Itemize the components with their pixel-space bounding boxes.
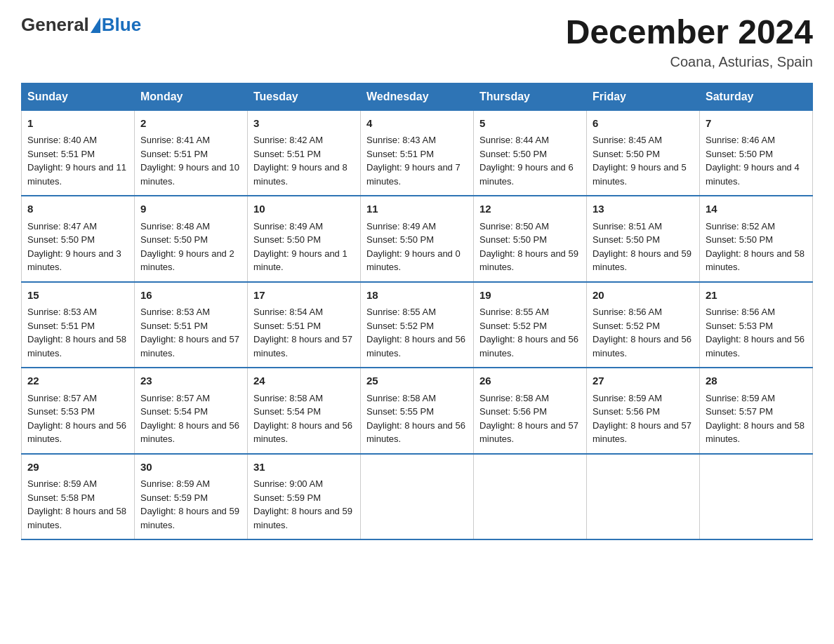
day-number: 19: [479, 288, 581, 304]
day-number: 27: [593, 373, 694, 389]
calendar-cell: 19Sunrise: 8:55 AMSunset: 5:52 PMDayligh…: [474, 282, 587, 368]
title-block: December 2024 Coana, Asturias, Spain: [566, 14, 813, 70]
header-friday: Friday: [587, 83, 700, 110]
day-info: Sunrise: 8:43 AMSunset: 5:51 PMDaylight:…: [366, 135, 461, 187]
day-number: 20: [593, 288, 694, 304]
calendar-cell: 14Sunrise: 8:52 AMSunset: 5:50 PMDayligh…: [700, 196, 813, 282]
day-info: Sunrise: 8:54 AMSunset: 5:51 PMDaylight:…: [253, 307, 352, 358]
day-info: Sunrise: 8:59 AMSunset: 5:56 PMDaylight:…: [593, 393, 691, 445]
week-row-4: 22Sunrise: 8:57 AMSunset: 5:53 PMDayligh…: [22, 368, 813, 454]
day-info: Sunrise: 8:45 AMSunset: 5:50 PMDaylight:…: [593, 135, 687, 187]
day-number: 5: [479, 116, 581, 132]
calendar-cell: 20Sunrise: 8:56 AMSunset: 5:52 PMDayligh…: [587, 282, 700, 368]
day-info: Sunrise: 8:50 AMSunset: 5:50 PMDaylight:…: [479, 221, 578, 273]
calendar-cell: [361, 454, 474, 540]
week-row-5: 29Sunrise: 8:59 AMSunset: 5:58 PMDayligh…: [22, 454, 813, 540]
calendar-cell: 9Sunrise: 8:48 AMSunset: 5:50 PMDaylight…: [135, 196, 248, 282]
calendar-cell: 7Sunrise: 8:46 AMSunset: 5:50 PMDaylight…: [700, 110, 813, 196]
calendar-header-row: SundayMondayTuesdayWednesdayThursdayFrid…: [22, 83, 813, 110]
day-info: Sunrise: 8:47 AMSunset: 5:50 PMDaylight:…: [27, 221, 121, 273]
day-info: Sunrise: 8:40 AMSunset: 5:51 PMDaylight:…: [27, 135, 126, 187]
day-number: 22: [27, 373, 128, 389]
calendar-cell: 31Sunrise: 9:00 AMSunset: 5:59 PMDayligh…: [248, 454, 361, 540]
calendar-cell: 22Sunrise: 8:57 AMSunset: 5:53 PMDayligh…: [22, 368, 135, 454]
calendar-cell: 26Sunrise: 8:58 AMSunset: 5:56 PMDayligh…: [474, 368, 587, 454]
month-year-title: December 2024: [566, 14, 813, 51]
day-number: 31: [253, 459, 355, 476]
page-header: General Blue December 2024 Coana, Asturi…: [21, 14, 813, 70]
header-monday: Monday: [135, 83, 248, 110]
calendar-cell: 11Sunrise: 8:49 AMSunset: 5:50 PMDayligh…: [361, 196, 474, 282]
day-number: 13: [593, 201, 694, 217]
day-info: Sunrise: 8:59 AMSunset: 5:58 PMDaylight:…: [27, 478, 126, 530]
day-number: 16: [140, 288, 241, 304]
calendar-cell: 23Sunrise: 8:57 AMSunset: 5:54 PMDayligh…: [135, 368, 248, 454]
calendar-cell: 25Sunrise: 8:58 AMSunset: 5:55 PMDayligh…: [361, 368, 474, 454]
calendar-cell: 18Sunrise: 8:55 AMSunset: 5:52 PMDayligh…: [361, 282, 474, 368]
logo-general-text: General: [21, 14, 89, 36]
day-number: 24: [253, 373, 355, 389]
calendar-cell: [587, 454, 700, 540]
day-number: 11: [366, 201, 468, 217]
calendar-cell: 4Sunrise: 8:43 AMSunset: 5:51 PMDaylight…: [361, 110, 474, 196]
day-info: Sunrise: 8:42 AMSunset: 5:51 PMDaylight:…: [253, 135, 348, 187]
day-info: Sunrise: 8:48 AMSunset: 5:50 PMDaylight:…: [140, 221, 234, 273]
day-number: 3: [253, 116, 355, 132]
calendar-cell: 15Sunrise: 8:53 AMSunset: 5:51 PMDayligh…: [22, 282, 135, 368]
day-number: 15: [27, 288, 128, 304]
day-info: Sunrise: 8:57 AMSunset: 5:53 PMDaylight:…: [27, 393, 126, 445]
day-info: Sunrise: 8:59 AMSunset: 5:57 PMDaylight:…: [706, 393, 805, 445]
day-info: Sunrise: 8:59 AMSunset: 5:59 PMDaylight:…: [140, 478, 239, 530]
day-number: 6: [593, 116, 694, 132]
day-info: Sunrise: 8:53 AMSunset: 5:51 PMDaylight:…: [27, 307, 126, 358]
day-number: 28: [706, 373, 807, 389]
calendar-cell: 6Sunrise: 8:45 AMSunset: 5:50 PMDaylight…: [587, 110, 700, 196]
day-number: 12: [479, 201, 581, 217]
day-info: Sunrise: 9:00 AMSunset: 5:59 PMDaylight:…: [253, 478, 352, 530]
calendar-cell: 30Sunrise: 8:59 AMSunset: 5:59 PMDayligh…: [135, 454, 248, 540]
day-info: Sunrise: 8:52 AMSunset: 5:50 PMDaylight:…: [706, 221, 805, 273]
day-info: Sunrise: 8:55 AMSunset: 5:52 PMDaylight:…: [366, 307, 465, 358]
calendar-cell: 2Sunrise: 8:41 AMSunset: 5:51 PMDaylight…: [135, 110, 248, 196]
day-number: 18: [366, 288, 468, 304]
day-info: Sunrise: 8:58 AMSunset: 5:54 PMDaylight:…: [253, 393, 352, 445]
day-number: 1: [27, 116, 128, 132]
calendar-cell: [474, 454, 587, 540]
day-info: Sunrise: 8:56 AMSunset: 5:52 PMDaylight:…: [593, 307, 691, 358]
day-info: Sunrise: 8:49 AMSunset: 5:50 PMDaylight:…: [366, 221, 461, 273]
week-row-3: 15Sunrise: 8:53 AMSunset: 5:51 PMDayligh…: [22, 282, 813, 368]
day-number: 9: [140, 201, 241, 217]
calendar-cell: 27Sunrise: 8:59 AMSunset: 5:56 PMDayligh…: [587, 368, 700, 454]
calendar-cell: 12Sunrise: 8:50 AMSunset: 5:50 PMDayligh…: [474, 196, 587, 282]
week-row-1: 1Sunrise: 8:40 AMSunset: 5:51 PMDaylight…: [22, 110, 813, 196]
header-thursday: Thursday: [474, 83, 587, 110]
calendar-cell: 24Sunrise: 8:58 AMSunset: 5:54 PMDayligh…: [248, 368, 361, 454]
day-info: Sunrise: 8:58 AMSunset: 5:55 PMDaylight:…: [366, 393, 465, 445]
day-number: 17: [253, 288, 355, 304]
logo-triangle-icon: [91, 18, 100, 33]
calendar-cell: 21Sunrise: 8:56 AMSunset: 5:53 PMDayligh…: [700, 282, 813, 368]
day-info: Sunrise: 8:57 AMSunset: 5:54 PMDaylight:…: [140, 393, 239, 445]
day-info: Sunrise: 8:56 AMSunset: 5:53 PMDaylight:…: [706, 307, 805, 358]
header-wednesday: Wednesday: [361, 83, 474, 110]
week-row-2: 8Sunrise: 8:47 AMSunset: 5:50 PMDaylight…: [22, 196, 813, 282]
day-number: 8: [27, 201, 128, 217]
day-info: Sunrise: 8:55 AMSunset: 5:52 PMDaylight:…: [479, 307, 578, 358]
day-number: 4: [366, 116, 468, 132]
logo: General Blue: [21, 14, 141, 36]
day-number: 30: [140, 459, 241, 476]
day-number: 26: [479, 373, 581, 389]
header-sunday: Sunday: [22, 83, 135, 110]
day-number: 14: [706, 201, 807, 217]
day-info: Sunrise: 8:53 AMSunset: 5:51 PMDaylight:…: [140, 307, 239, 358]
calendar-cell: 16Sunrise: 8:53 AMSunset: 5:51 PMDayligh…: [135, 282, 248, 368]
calendar-cell: 8Sunrise: 8:47 AMSunset: 5:50 PMDaylight…: [22, 196, 135, 282]
logo-blue-text: Blue: [102, 14, 141, 36]
day-info: Sunrise: 8:58 AMSunset: 5:56 PMDaylight:…: [479, 393, 578, 445]
day-number: 21: [706, 288, 807, 304]
calendar-cell: 3Sunrise: 8:42 AMSunset: 5:51 PMDaylight…: [248, 110, 361, 196]
day-info: Sunrise: 8:41 AMSunset: 5:51 PMDaylight:…: [140, 135, 239, 187]
day-number: 2: [140, 116, 241, 132]
day-number: 10: [253, 201, 355, 217]
day-info: Sunrise: 8:46 AMSunset: 5:50 PMDaylight:…: [706, 135, 800, 187]
